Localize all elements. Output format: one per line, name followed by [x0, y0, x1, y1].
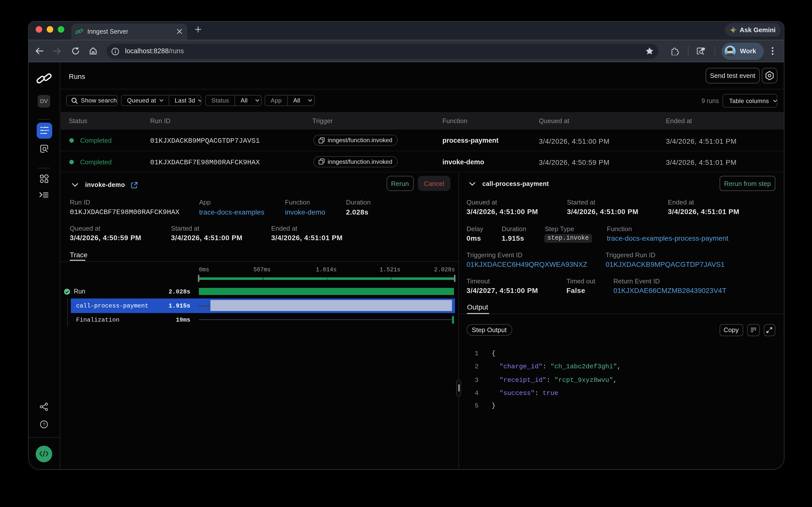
svg-text:?: ?	[43, 422, 46, 427]
